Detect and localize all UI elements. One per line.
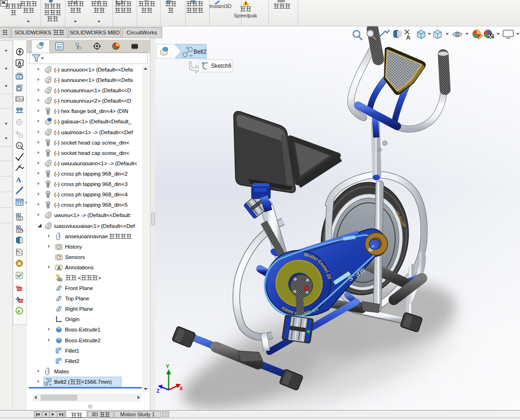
svg-text:A: A — [16, 176, 21, 184]
svg-text:X: X — [179, 386, 183, 391]
svg-text:Sketch6: Sketch6 — [211, 63, 232, 69]
svg-text:PDF: PDF — [19, 299, 25, 303]
svg-text:A1: A1 — [18, 144, 22, 147]
svg-text:Z: Z — [156, 388, 160, 394]
svg-text:0.3: 0.3 — [20, 98, 24, 101]
svg-text:xxx: xxx — [18, 83, 23, 87]
svg-text:PDF: PDF — [17, 288, 24, 291]
svg-text:A: A — [18, 60, 22, 66]
svg-text:Belt2: Belt2 — [194, 48, 207, 55]
svg-text:Y: Y — [166, 363, 170, 369]
svg-text:A: A — [406, 34, 411, 41]
svg-text:e: e — [18, 308, 20, 314]
